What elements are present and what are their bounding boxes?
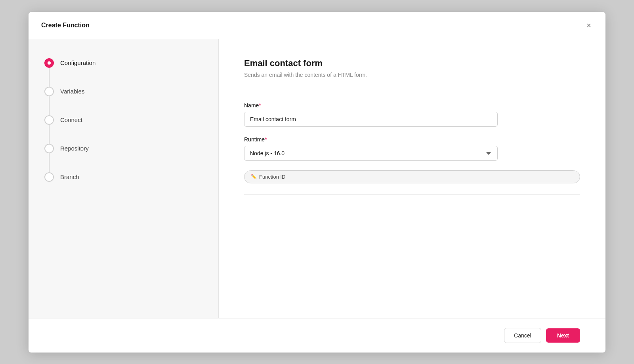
runtime-select[interactable]: Node.js - 16.0 Node.js - 14.0 Python - 3…: [244, 146, 498, 161]
step-item-connect[interactable]: Connect: [44, 115, 202, 125]
step-circle-variables: [44, 87, 54, 96]
modal-header: Create Function ×: [29, 12, 605, 39]
function-id-button[interactable]: ✏️ Function ID: [244, 170, 580, 183]
step-label-configuration: Configuration: [60, 59, 95, 66]
step-circle-connect: [44, 115, 54, 125]
step-label-repository: Repository: [60, 145, 89, 152]
step-item-configuration[interactable]: Configuration: [44, 58, 202, 68]
modal-backdrop: Create Function × Configuration: [0, 0, 634, 364]
name-input[interactable]: [244, 112, 498, 127]
next-button[interactable]: Next: [546, 328, 580, 343]
modal-footer: Cancel Next: [29, 318, 605, 353]
function-id-label: Function ID: [259, 174, 285, 180]
close-button[interactable]: ×: [585, 20, 593, 31]
modal-body: Configuration Variables Connect: [29, 39, 605, 318]
cancel-button[interactable]: Cancel: [504, 328, 541, 343]
step-connector-2: [49, 96, 50, 115]
name-form-group: Name*: [244, 102, 580, 127]
step-circle-configuration: [44, 58, 54, 68]
step-connector-1: [49, 68, 50, 87]
divider-top: [244, 91, 580, 91]
divider-bottom: [244, 194, 580, 195]
step-circle-branch: [44, 172, 54, 182]
step-item-variables[interactable]: Variables: [44, 87, 202, 96]
step-label-branch: Branch: [60, 173, 79, 180]
step-list: Configuration Variables Connect: [44, 58, 202, 182]
step-connector-3: [49, 125, 50, 144]
close-icon: ×: [586, 21, 591, 29]
modal-title: Create Function: [41, 22, 90, 29]
name-label: Name*: [244, 102, 580, 109]
sidebar: Configuration Variables Connect: [29, 39, 219, 318]
runtime-required-star: *: [265, 136, 267, 143]
step-item-branch[interactable]: Branch: [44, 172, 202, 182]
create-function-modal: Create Function × Configuration: [29, 12, 605, 353]
step-label-connect: Connect: [60, 116, 82, 123]
step-item-repository[interactable]: Repository: [44, 144, 202, 153]
step-circle-repository: [44, 144, 54, 153]
main-content: Email contact form Sends an email with t…: [219, 39, 605, 318]
runtime-label: Runtime*: [244, 136, 580, 143]
step-label-variables: Variables: [60, 88, 84, 95]
runtime-form-group: Runtime* Node.js - 16.0 Node.js - 14.0 P…: [244, 136, 580, 161]
function-desc: Sends an email with the contents of a HT…: [244, 72, 580, 78]
pencil-icon: ✏️: [251, 174, 257, 179]
step-connector-4: [49, 153, 50, 172]
function-title: Email contact form: [244, 58, 580, 69]
name-required-star: *: [259, 102, 261, 109]
